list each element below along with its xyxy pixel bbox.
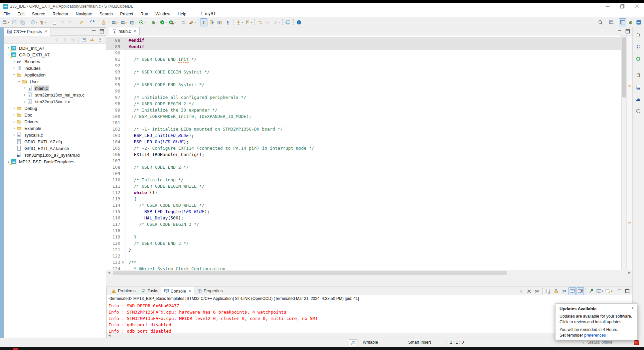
import-cubemx-project-button[interactable]: ▾	[120, 18, 128, 26]
expand-icon[interactable]: ›	[12, 126, 16, 131]
code-line-110[interactable]: 110 /* Infinite loop */	[106, 177, 626, 183]
tree-item-gpio-exti-a7-cfg[interactable]: GPIO_EXTI_A7.cfg	[4, 138, 106, 145]
tree-item-doc[interactable]: ›Doc	[4, 112, 106, 118]
expand-icon[interactable]: ›	[22, 93, 27, 97]
build-analyzer-view-button[interactable]: 010	[635, 83, 642, 91]
code-line-114[interactable]: 114 /* USER CODE END WHILE */	[106, 202, 626, 208]
tree-item-user[interactable]: ›User	[4, 78, 106, 85]
redo-button[interactable]	[67, 18, 74, 26]
refresh-index-button[interactable]	[89, 18, 96, 26]
go-forward-button[interactable]: ▾	[272, 18, 281, 26]
code-line-104[interactable]: 104 BSP_LED_On(LED_BLUE);	[106, 139, 626, 145]
mark-occurrences-button[interactable]	[200, 18, 207, 26]
open-element-button[interactable]	[78, 18, 85, 26]
tree-item-drivers[interactable]: ›Drivers	[4, 118, 106, 125]
save-all-button[interactable]	[19, 18, 26, 26]
code-line-96[interactable]: 96	[106, 88, 626, 94]
code-line-97[interactable]: 97 /* Initialize all configured peripher…	[106, 94, 626, 101]
tab-properties[interactable]: Properties	[194, 287, 225, 295]
build-targets-view-button[interactable]	[635, 55, 642, 63]
updates-line1[interactable]: Updates are available for your software.	[559, 314, 634, 319]
pin-console-button[interactable]	[588, 287, 595, 295]
open-type-button[interactable]	[208, 18, 215, 26]
code-line-90[interactable]: 90	[106, 50, 626, 56]
code-line-92[interactable]: 92	[106, 62, 626, 69]
code-line-122[interactable]: 122	[106, 253, 626, 259]
minimize-console-icon[interactable]	[617, 288, 622, 295]
tree-item-ddr-init-a7[interactable]: ›IDEDDR_Init_A7	[4, 45, 106, 51]
tree-item-example[interactable]: ›Example	[4, 125, 106, 132]
collapse-icon[interactable]: ›	[17, 79, 22, 84]
previous-annotation-dropdown-icon[interactable]: ▾	[251, 21, 252, 24]
cubemx-perspective-button[interactable]: MX	[635, 18, 642, 26]
code-line-115[interactable]: 115 BSP_LED_Toggle(LED_BLUE);	[106, 208, 626, 215]
new-wizard-dropdown-icon[interactable]: ▾	[8, 21, 9, 24]
display-selected-console-dropdown-icon[interactable]: ▾	[602, 290, 603, 293]
device-configuration-button[interactable]: ▾	[129, 18, 137, 26]
debug-button[interactable]: ▾	[150, 18, 158, 26]
tree-item-gpio-exti-a7-launch[interactable]: GPIO_EXTI_A7.launch	[4, 145, 106, 152]
up-button[interactable]	[69, 36, 76, 44]
skip-all-breakpoints-button[interactable]: ▾	[30, 18, 38, 26]
code-line-109[interactable]: 109	[106, 170, 626, 177]
close-projects-tab-icon[interactable]: ✕	[44, 29, 47, 34]
save-button[interactable]	[11, 18, 18, 26]
maximize-console-icon[interactable]	[625, 288, 630, 295]
code-line-100[interactable]: 100 // BSP_IOEXPANDER_Init(0, IOEXPANDER…	[106, 113, 626, 120]
scroll-lock-button[interactable]	[552, 287, 560, 295]
search-button[interactable]	[597, 18, 604, 26]
editor-horizontal-scrollbar[interactable]: ◀ ▶	[106, 270, 632, 276]
menu-help[interactable]: Help	[178, 12, 186, 16]
run-button[interactable]: ▾	[159, 18, 167, 26]
scroll-right-icon[interactable]: ▶	[628, 271, 631, 274]
scroll-on-error-button[interactable]	[577, 287, 584, 295]
link-with-editor-button[interactable]	[88, 36, 96, 44]
forward-button[interactable]	[61, 36, 68, 44]
back-button[interactable]	[53, 36, 60, 44]
code-line-105[interactable]: 105 /* -2- Configure EXTI14 (connected t…	[106, 145, 626, 151]
tree-item-application[interactable]: ›Application	[4, 71, 106, 78]
maximize-panel-icon[interactable]	[99, 29, 105, 34]
close-editor-tab-icon[interactable]: ✕	[133, 29, 136, 33]
expand-icon[interactable]: ›	[12, 119, 16, 124]
tree-item-gpio-exti-a7[interactable]: ›IDEGPIO_EXTI_A7	[4, 51, 106, 58]
fold-marker-icon[interactable]: ⊖	[120, 259, 126, 266]
new-wizard-button[interactable]: ▾	[2, 18, 10, 26]
word-wrap-button[interactable]	[560, 287, 568, 295]
menu-edit[interactable]: Edit	[17, 12, 25, 16]
code-line-121[interactable]: 121}	[106, 246, 626, 253]
new-stm32-project-button[interactable]: ▾	[111, 18, 119, 26]
open-perspective-button[interactable]	[608, 18, 615, 26]
code-line-111[interactable]: 111 /* USER CODE BEGIN WHILE */	[106, 183, 626, 189]
tree-item-includes[interactable]: ›hIncludes	[4, 65, 106, 71]
view-menu-button[interactable]	[96, 36, 104, 44]
build-target-button[interactable]: ▾	[138, 18, 146, 26]
tree-item-main-c[interactable]: ›cmain.c	[4, 85, 106, 92]
new-stm32-project-dropdown-icon[interactable]: ▾	[117, 21, 119, 24]
remove-all-terminated-button[interactable]	[533, 287, 541, 295]
go-back-button[interactable]	[264, 18, 272, 26]
code-line-95[interactable]: 95 /* USER CODE END SysInit */	[106, 81, 626, 88]
restore-view-a-button[interactable]	[635, 31, 642, 39]
expand-icon[interactable]: ›	[12, 113, 16, 117]
static-stack-analyzer-view-button[interactable]	[635, 95, 642, 103]
code-line-113[interactable]: 113 {	[106, 196, 626, 202]
console-output[interactable]: Info : SWD DPIDR 0x6ba02477Info : STM32M…	[107, 302, 632, 333]
restore-view-b-button[interactable]	[635, 71, 642, 79]
tree-item-stm32mp13xx-hal-msp-c[interactable]: ›cstm32mp13xx_hal_msp.c	[4, 92, 106, 98]
console-horizontal-scrollbar[interactable]: ◀	[107, 333, 632, 338]
outline-view-button[interactable]	[635, 43, 642, 51]
menu-search[interactable]: Search	[100, 12, 113, 16]
show-whitespace-button[interactable]: ¶	[224, 18, 231, 26]
tab-console[interactable]: Console✕	[161, 287, 194, 295]
expand-icon[interactable]: ›	[12, 106, 16, 111]
terminate-button[interactable]	[517, 287, 525, 295]
code-line-102[interactable]: 102 /* -1- Initialize LEDs mounted on ST…	[106, 126, 626, 132]
code-line-103[interactable]: 103 BSP_LED_Init(LED_BLUE);	[106, 132, 626, 139]
run-dropdown-icon[interactable]: ▾	[165, 21, 167, 24]
menu-file[interactable]: File	[3, 12, 10, 16]
next-annotation-button[interactable]: ▾	[235, 18, 244, 26]
open-resource-button[interactable]	[216, 18, 223, 26]
code-line-89[interactable]: 89#endif	[106, 43, 626, 50]
editor-vertical-scrollbar[interactable]	[621, 35, 626, 270]
